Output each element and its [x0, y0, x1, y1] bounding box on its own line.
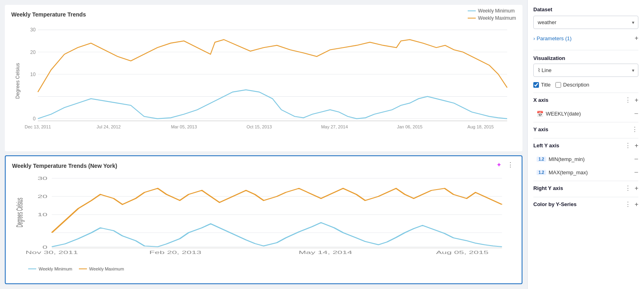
chart-controls: ✦ ⋮ [495, 161, 515, 169]
svg-text:May 14, 2014: May 14, 2014 [299, 250, 352, 255]
svg-text:Oct 15, 2013: Oct 15, 2013 [247, 124, 272, 129]
svg-text:Degrees Celsius: Degrees Celsius [15, 198, 25, 227]
svg-text:Dec 13, 2011: Dec 13, 2011 [25, 124, 51, 129]
x-axis-item-label: WEEKLY(date) [546, 111, 581, 117]
left-y-axis-header: Left Y axis ⋮ + [533, 138, 638, 153]
bottom-chart-title: Weekly Temperature Trends (New York) [12, 163, 515, 169]
color-by-dots-button[interactable]: ⋮ [625, 200, 632, 208]
y-axis-actions: ⋮ [632, 126, 638, 133]
x-axis-section: X axis ⋮ + 📅 WEEKLY(date) − [533, 93, 638, 120]
x-axis-item: 📅 WEEKLY(date) − [533, 107, 638, 120]
bottom-legend-min-line [28, 268, 36, 269]
legend-max-label: Weekly Maximum [478, 15, 516, 21]
color-by-title: Color by Y-Series [533, 201, 576, 207]
x-axis-add-button[interactable]: + [635, 97, 638, 104]
x-axis-title: X axis [533, 97, 549, 103]
left-y-axis-section: Left Y axis ⋮ + 1.2 MIN(temp_min) − 1.2 … [533, 138, 638, 179]
left-y-axis-item-1-badge: 1.2 [537, 170, 546, 175]
visualization-section-row: Visualization [533, 55, 638, 61]
svg-text:0: 0 [33, 116, 36, 122]
bottom-legend-min-label: Weekly Minimum [39, 266, 72, 271]
left-y-axis-item-0-label: MIN(temp_min) [549, 156, 585, 162]
parameters-text: Parameters (1) [537, 35, 572, 41]
bottom-chart-area: 30 20 10 0 Degrees Celsius Nov 30, 2011 … [12, 172, 515, 265]
parameters-row: › Parameters (1) + [533, 35, 638, 42]
left-y-axis-item-1-left: 1.2 MAX(temp_max) [537, 169, 588, 175]
bottom-chart: Weekly Temperature Trends (New York) ✦ ⋮… [5, 155, 522, 284]
right-y-axis-add-button[interactable]: + [635, 185, 638, 192]
left-y-axis-item-1-remove[interactable]: − [634, 168, 638, 177]
main-content: Weekly Temperature Trends Weekly Minimum… [0, 0, 527, 289]
right-y-axis-section: Right Y axis ⋮ + [533, 181, 638, 195]
left-y-axis-actions: ⋮ + [625, 142, 638, 149]
right-y-axis-actions: ⋮ + [625, 184, 638, 192]
svg-text:Jan 06, 2015: Jan 06, 2015 [397, 124, 423, 129]
legend-min: Weekly Minimum [468, 8, 516, 14]
viz-select-wrapper[interactable]: ⌇ Line [533, 64, 638, 77]
left-y-axis-title: Left Y axis [533, 142, 559, 149]
bottom-chart-legend: Weekly Minimum Weekly Maximum [12, 266, 515, 271]
left-y-axis-item-0-badge: 1.2 [537, 157, 546, 162]
y-axis-dots-button[interactable]: ⋮ [632, 126, 638, 133]
svg-text:Feb 20, 2013: Feb 20, 2013 [149, 250, 201, 255]
svg-text:Aug 18, 2015: Aug 18, 2015 [467, 124, 493, 129]
bottom-legend-max: Weekly Maximum [79, 266, 124, 271]
svg-text:20: 20 [37, 194, 47, 199]
dataset-select[interactable]: weather [533, 16, 638, 29]
title-checkbox-label[interactable]: Title [533, 82, 551, 88]
x-axis-item-left: 📅 WEEKLY(date) [537, 111, 581, 117]
left-y-axis-item-0-remove[interactable]: − [634, 155, 638, 163]
x-axis-actions: ⋮ + [625, 96, 638, 104]
y-axis-section: Y axis ⋮ [533, 122, 638, 136]
left-y-axis-item-1: 1.2 MAX(temp_max) − [533, 166, 638, 179]
parameters-add-button[interactable]: + [635, 35, 638, 42]
color-by-section: Color by Y-Series ⋮ + [533, 197, 638, 211]
color-by-header: Color by Y-Series ⋮ + [533, 197, 638, 211]
parameters-label[interactable]: › Parameters (1) [533, 35, 572, 41]
svg-text:Aug 05, 2015: Aug 05, 2015 [436, 250, 488, 255]
y-axis-title: Y axis [533, 126, 548, 132]
title-checkbox[interactable] [533, 82, 539, 88]
visualization-label: Visualization [533, 55, 565, 61]
left-y-axis-item-0-left: 1.2 MIN(temp_min) [537, 156, 584, 162]
legend-max: Weekly Maximum [468, 15, 516, 21]
svg-text:20: 20 [30, 50, 36, 55]
svg-text:Jul 24, 2012: Jul 24, 2012 [97, 124, 121, 129]
x-axis-remove-button[interactable]: − [634, 109, 638, 118]
svg-text:30: 30 [30, 27, 36, 33]
right-panel: Dataset weather › Parameters (1) + Visua… [527, 0, 644, 289]
viz-select[interactable]: ⌇ Line [533, 64, 638, 77]
left-y-axis-item-0: 1.2 MIN(temp_min) − [533, 153, 638, 166]
pin-button[interactable]: ✦ [495, 161, 503, 169]
svg-text:May 27, 2014: May 27, 2014 [321, 124, 348, 129]
calendar-icon: 📅 [537, 111, 543, 117]
svg-text:0: 0 [43, 245, 47, 250]
top-chart-area: 30 20 10 0 Degrees Celsius Dec 13, 2011 … [11, 21, 516, 141]
description-checkbox[interactable] [555, 82, 561, 88]
x-axis-dots-button[interactable]: ⋮ [625, 96, 632, 104]
right-y-axis-title: Right Y axis [533, 185, 563, 191]
title-desc-row: Title Description [533, 82, 638, 88]
legend-min-label: Weekly Minimum [478, 8, 515, 14]
dataset-select-wrapper[interactable]: weather [533, 16, 638, 29]
legend-min-line [468, 10, 476, 11]
top-chart-title: Weekly Temperature Trends [11, 11, 516, 18]
description-checkbox-label[interactable]: Description [555, 82, 589, 88]
y-axis-header: Y axis ⋮ [533, 122, 638, 136]
top-chart-svg: 30 20 10 0 Degrees Celsius Dec 13, 2011 … [11, 21, 516, 141]
x-axis-header: X axis ⋮ + [533, 93, 638, 107]
left-y-axis-dots-button[interactable]: ⋮ [625, 142, 632, 149]
svg-text:Mar 05, 2013: Mar 05, 2013 [171, 124, 197, 129]
color-by-add-button[interactable]: + [635, 201, 638, 208]
svg-text:Degrees Celsius: Degrees Celsius [15, 63, 21, 99]
bottom-legend-max-label: Weekly Maximum [89, 266, 124, 271]
top-chart-legend: Weekly Minimum Weekly Maximum [468, 8, 516, 21]
left-y-axis-add-button[interactable]: + [635, 142, 638, 149]
right-y-axis-header: Right Y axis ⋮ + [533, 181, 638, 195]
svg-text:10: 10 [37, 213, 47, 217]
right-y-axis-dots-button[interactable]: ⋮ [625, 184, 632, 192]
top-chart: Weekly Temperature Trends Weekly Minimum… [5, 5, 522, 151]
svg-text:30: 30 [37, 176, 47, 181]
more-options-button[interactable]: ⋮ [506, 161, 515, 169]
description-label: Description [563, 82, 589, 88]
